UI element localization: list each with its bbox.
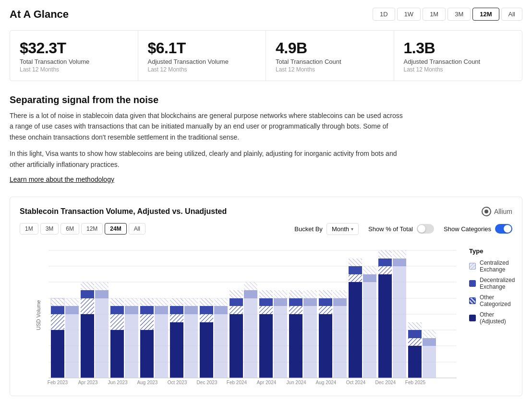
svg-rect-18 xyxy=(81,314,94,378)
legend-swatch-other-adj xyxy=(469,315,476,321)
chart-header: Stablecoin Transaction Volume, Adjusted … xyxy=(20,207,512,216)
time-filter-1m[interactable]: 1M xyxy=(423,8,446,21)
svg-rect-15 xyxy=(65,314,79,378)
legend-item-cex: Centralized Exchange xyxy=(469,259,515,273)
x-label-feb-2024: Feb 2024 xyxy=(227,380,247,385)
svg-rect-75 xyxy=(319,306,332,314)
x-label-aug-2023: Aug 2023 xyxy=(137,380,158,385)
svg-rect-29 xyxy=(125,314,138,378)
svg-rect-47 xyxy=(200,314,213,322)
svg-rect-60 xyxy=(259,314,273,378)
toggle-thumb xyxy=(418,225,425,233)
svg-rect-54 xyxy=(230,306,243,314)
chart-time-1m[interactable]: 1M xyxy=(20,223,38,235)
chart-svg: 800B 700B 600B 500B 400B 300B 200B 100B xyxy=(44,243,461,387)
svg-rect-25 xyxy=(110,330,124,378)
stat-adjusted-volume-sublabel: Last 12 Months xyxy=(148,66,256,73)
chart-time-24m[interactable]: 24M xyxy=(105,223,126,235)
svg-rect-63 xyxy=(259,290,273,298)
chart-time-all[interactable]: All xyxy=(129,223,145,235)
svg-rect-94 xyxy=(393,250,406,259)
svg-rect-16 xyxy=(65,306,79,314)
svg-rect-96 xyxy=(408,338,422,346)
bucket-by-dropdown[interactable]: Month ▾ xyxy=(326,223,359,235)
stat-total-count-label: Total Transaction Count xyxy=(276,58,384,65)
show-categories-toggle[interactable] xyxy=(495,224,512,234)
bar-dec-2023 xyxy=(200,298,228,378)
x-label-aug-2024: Aug 2024 xyxy=(316,380,337,385)
chevron-down-icon: ▾ xyxy=(351,226,353,232)
learn-more-link[interactable]: Learn more about the methodology xyxy=(10,176,114,183)
time-filter-3m[interactable]: 3M xyxy=(447,8,471,21)
svg-rect-81 xyxy=(349,282,362,378)
stat-adjusted-count: 1.3B Adjusted Transaction Count Last 12 … xyxy=(394,31,522,81)
legend-label-cex: Centralized Exchange xyxy=(480,259,515,273)
x-label-apr-2023: Apr 2023 xyxy=(78,380,98,385)
svg-rect-45 xyxy=(184,298,198,306)
show-categories-label: Show Categories xyxy=(444,225,491,233)
svg-rect-22 xyxy=(95,298,109,378)
x-label-feb-2023: Feb 2023 xyxy=(48,380,68,385)
time-filter-1d[interactable]: 1D xyxy=(373,8,395,21)
svg-rect-32 xyxy=(140,330,154,378)
svg-rect-39 xyxy=(170,322,183,378)
x-label-dec-2023: Dec 2023 xyxy=(197,380,218,385)
content-section: Separating signal from the noise There i… xyxy=(10,94,403,183)
legend-item-other-adj: Other (Adjusted) xyxy=(469,311,515,325)
legend-label-dex: Decentralized Exchange xyxy=(480,277,515,290)
chart-time-6m[interactable]: 6M xyxy=(60,223,79,235)
svg-rect-62 xyxy=(259,298,273,306)
legend-swatch-other-cat xyxy=(469,297,476,304)
svg-rect-65 xyxy=(274,298,287,306)
svg-rect-41 xyxy=(170,306,183,314)
svg-rect-37 xyxy=(155,306,168,314)
show-pct-toggle[interactable] xyxy=(417,224,434,234)
bucket-by-value: Month xyxy=(332,225,349,233)
bar-apr-2024 xyxy=(259,290,287,378)
show-pct-control: Show % of Total xyxy=(368,224,434,234)
chart-time-12m[interactable]: 12M xyxy=(81,223,103,235)
x-label-oct-2023: Oct 2023 xyxy=(168,380,187,385)
x-label-oct-2024: Oct 2024 xyxy=(346,380,366,385)
x-label-feb-2025: Feb 2025 xyxy=(405,380,426,385)
svg-rect-85 xyxy=(363,282,376,378)
legend-item-dex: Decentralized Exchange xyxy=(469,277,515,290)
bar-jun-2023 xyxy=(110,298,138,378)
svg-rect-83 xyxy=(349,266,362,274)
allium-circle-icon xyxy=(482,207,491,216)
legend-swatch-cex xyxy=(469,263,476,270)
svg-rect-40 xyxy=(170,314,183,322)
svg-rect-50 xyxy=(214,314,228,378)
svg-rect-101 xyxy=(423,330,436,338)
stats-row: $32.3T Total Transaction Volume Last 12 … xyxy=(10,30,522,81)
chart-svg-container: USD Volume xyxy=(44,243,461,388)
svg-rect-49 xyxy=(200,298,213,306)
time-filter-1w[interactable]: 1W xyxy=(397,8,421,21)
chart-time-3m[interactable]: 3M xyxy=(40,223,59,235)
bar-feb-2025 xyxy=(408,322,436,378)
x-label-apr-2024: Apr 2024 xyxy=(257,380,277,385)
chart-main: USD Volume xyxy=(20,243,461,388)
stat-adjusted-count-value: 1.3B xyxy=(404,39,513,57)
svg-rect-35 xyxy=(140,298,154,306)
svg-rect-56 xyxy=(230,290,243,298)
legend-label-other-cat: Other Categorized xyxy=(480,294,515,307)
allium-logo: Allium xyxy=(482,207,512,216)
allium-label: Allium xyxy=(494,208,512,215)
time-filter-12m[interactable]: 12M xyxy=(472,8,499,21)
legend-label-other-adj: Other (Adjusted) xyxy=(480,311,515,325)
stat-adjusted-volume: $6.1T Adjusted Transaction Volume Last 1… xyxy=(138,31,266,81)
time-filter-all[interactable]: All xyxy=(501,8,522,21)
bar-feb-2023 xyxy=(51,298,79,378)
svg-rect-78 xyxy=(333,306,347,378)
svg-rect-69 xyxy=(289,298,302,306)
svg-rect-87 xyxy=(363,266,376,274)
svg-rect-34 xyxy=(140,306,154,314)
svg-rect-73 xyxy=(303,290,317,298)
stat-adjusted-volume-label: Adjusted Transaction Volume xyxy=(148,58,256,65)
svg-rect-79 xyxy=(333,298,347,306)
svg-rect-91 xyxy=(378,250,392,259)
svg-rect-71 xyxy=(303,306,317,378)
svg-rect-61 xyxy=(259,306,273,314)
svg-rect-93 xyxy=(393,259,406,266)
